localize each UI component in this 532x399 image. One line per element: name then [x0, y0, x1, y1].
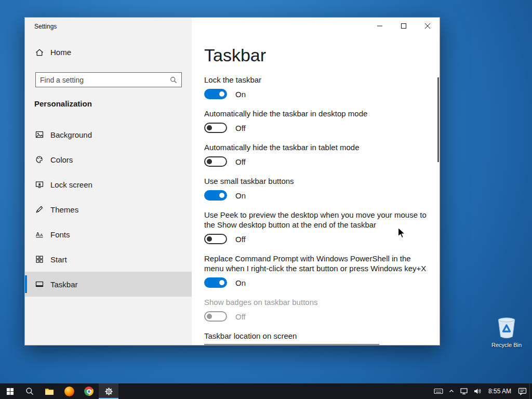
network-button[interactable] — [457, 383, 471, 399]
sidebar-item-label: Fonts — [50, 230, 70, 239]
firefox-button[interactable] — [59, 383, 79, 399]
sidebar-item-home[interactable]: Home — [35, 48, 71, 57]
setting-peek: Use Peek to preview the desktop when you… — [204, 210, 440, 244]
recycle-bin-glyph — [496, 317, 517, 339]
windows-logo-icon — [6, 388, 14, 395]
autohide-desktop-toggle[interactable] — [204, 123, 227, 133]
show-desktop-button[interactable] — [529, 383, 532, 399]
window-title: Settings — [34, 23, 57, 30]
chevron-up-icon — [448, 388, 455, 394]
firefox-icon — [64, 387, 74, 396]
touch-keyboard-icon — [434, 387, 443, 395]
touch-keyboard-button[interactable] — [431, 383, 446, 399]
start-button[interactable] — [0, 383, 20, 399]
settings-window: Settings Home Personalization — [24, 17, 440, 345]
window-controls — [368, 18, 440, 34]
search-input[interactable] — [36, 76, 170, 84]
setting-lock-taskbar: Lock the taskbar On — [204, 75, 440, 99]
settings-gear-icon — [104, 387, 113, 396]
peek-toggle[interactable] — [204, 234, 227, 244]
hidden-icons-button[interactable] — [446, 383, 457, 399]
toggle-knob — [219, 280, 224, 285]
close-icon — [425, 23, 430, 29]
autohide-tablet-toggle[interactable] — [204, 156, 227, 167]
taskbar-icon — [35, 280, 44, 288]
setting-autohide-desktop: Automatically hide the taskbar in deskto… — [204, 109, 440, 133]
sidebar-item-label: Start — [50, 255, 67, 264]
taskbar-location-dropdown[interactable] — [204, 344, 379, 345]
desktop: Recycle Bin Settings Home — [0, 0, 532, 399]
background-icon — [35, 130, 44, 139]
maximize-button[interactable] — [392, 18, 416, 34]
close-button[interactable] — [416, 18, 440, 34]
sidebar-item-label: Colors — [50, 155, 73, 164]
system-taskbar: 8:55 AM — [0, 383, 532, 399]
toggle-state-label: On — [235, 90, 246, 99]
network-icon — [460, 387, 468, 395]
taskbar-app-buttons — [0, 383, 118, 399]
volume-button[interactable] — [471, 383, 484, 399]
toggle-knob — [207, 314, 212, 319]
start-icon — [35, 255, 44, 263]
toggle-knob — [207, 159, 212, 164]
home-icon — [35, 48, 44, 57]
sidebar-item-label: Themes — [50, 205, 78, 214]
chrome-icon — [84, 387, 94, 396]
setting-autohide-tablet: Automatically hide the taskbar in tablet… — [204, 142, 440, 167]
setting-powershell: Replace Command Prompt with Windows Powe… — [204, 254, 440, 288]
badges-toggle[interactable] — [204, 311, 227, 322]
toggle-knob — [219, 91, 224, 97]
minimize-button[interactable] — [368, 18, 392, 34]
toggle-state-label: Off — [235, 124, 246, 132]
system-tray: 8:55 AM — [431, 383, 532, 399]
sidebar-section-title: Personalization — [34, 99, 92, 108]
powershell-toggle[interactable] — [204, 277, 227, 288]
file-explorer-button[interactable] — [39, 383, 59, 399]
taskbar-location-label: Taskbar location on screen — [204, 331, 440, 341]
settings-main-panel: Taskbar Lock the taskbar On Automaticall… — [192, 18, 440, 345]
lock-taskbar-toggle[interactable] — [204, 89, 227, 99]
toggle-knob — [219, 193, 224, 198]
colors-icon — [35, 155, 44, 164]
page-title: Taskbar — [204, 45, 440, 65]
chrome-button[interactable] — [79, 383, 99, 399]
fonts-icon: AA — [35, 230, 44, 238]
sidebar-item-label: Lock screen — [50, 180, 92, 189]
svg-text:A: A — [40, 233, 43, 237]
svg-text:A: A — [36, 231, 40, 237]
recycle-bin-icon[interactable]: Recycle Bin — [489, 317, 524, 348]
search-icon — [170, 76, 181, 84]
taskbar-clock[interactable]: 8:55 AM — [484, 388, 515, 395]
recycle-bin-label: Recycle Bin — [489, 342, 524, 348]
toggle-state-label: On — [235, 191, 246, 200]
sidebar-item-label: Background — [50, 130, 92, 139]
file-explorer-icon — [45, 388, 54, 395]
sidebar-item-label: Taskbar — [50, 280, 78, 289]
action-center-icon — [518, 387, 527, 395]
toggle-state-label: Off — [235, 312, 246, 321]
toggle-knob — [207, 125, 212, 130]
maximize-icon — [401, 23, 406, 29]
toggle-state-label: On — [235, 278, 246, 287]
settings-app-button[interactable] — [99, 383, 118, 399]
volume-icon — [473, 387, 482, 395]
setting-badges: Show badges on taskbar buttons Off — [204, 297, 440, 322]
scrollbar-thumb[interactable] — [437, 77, 439, 162]
toggle-state-label: Off — [235, 235, 246, 244]
small-buttons-toggle[interactable] — [204, 190, 227, 201]
sidebar-home-label: Home — [50, 48, 71, 57]
action-center-button[interactable] — [515, 383, 529, 399]
taskbar-search-button[interactable] — [20, 383, 39, 399]
lock-screen-icon — [35, 180, 44, 189]
search-box — [35, 72, 182, 87]
setting-small-buttons: Use small taskbar buttons On — [204, 176, 440, 201]
themes-icon — [35, 205, 44, 214]
minimize-icon — [377, 23, 382, 29]
toggle-knob — [207, 236, 212, 242]
toggle-state-label: Off — [235, 157, 246, 166]
search-icon — [25, 387, 34, 395]
clock-time: 8:55 AM — [488, 388, 511, 395]
